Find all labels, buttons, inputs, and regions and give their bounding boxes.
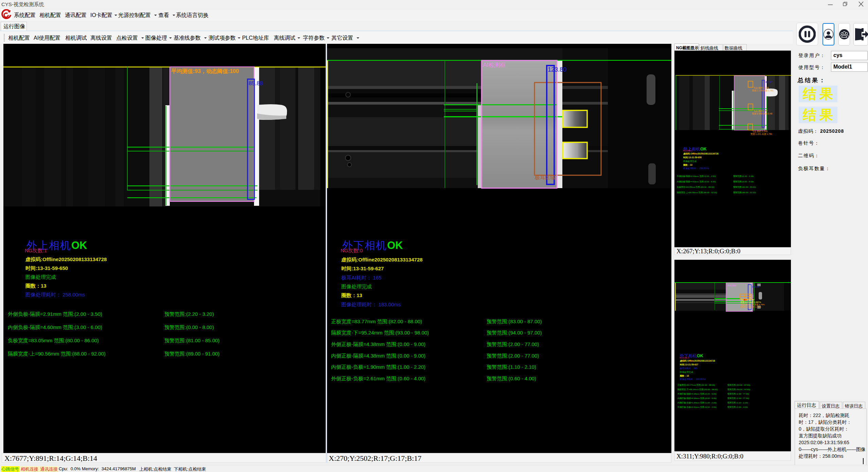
svg-text:预警范围:(83.00 - 87.00): 预警范围:(83.00 - 87.00): [727, 384, 750, 386]
svg-text:AI检测框: AI检测框: [483, 62, 506, 68]
svg-text:外侧正极-负极=2.61mm 范围:(0.60 - 4.00: 外侧正极-负极=2.61mm 范围:(0.60 - 4.00): [677, 406, 717, 409]
svg-text:平均测值:93，动态阈值:100: 平均测值:93，动态阈值:100: [171, 68, 239, 74]
svg-text:预警范围:(1.10 - 2.10): 预警范围:(1.10 - 2.10): [727, 401, 748, 404]
svg-text:外侧正极-隔膜=4.38mm 范围:(0.00 - 9.00: 外侧正极-隔膜=4.38mm 范围:(0.00 - 9.00): [677, 393, 717, 395]
svg-text:宽度:1.04 高度:0.887%: 宽度:1.04 高度:0.887%: [740, 301, 761, 304]
svg-text:虚拟码:Offline20250208133134728: 虚拟码:Offline20250208133134728: [683, 152, 719, 155]
svg-text:82.57: 82.57: [765, 80, 773, 84]
svg-text:图像处理完成: 图像处理完成: [680, 371, 693, 374]
svg-text:图像处理耗时： 183.00ms: 图像处理耗时： 183.00ms: [680, 378, 706, 381]
svg-text:预警范围:(81.00 - 85.00): 预警范围:(81.00 - 85.00): [733, 186, 756, 188]
svg-text:预警范围:(2.00 - 77.00): 预警范围:(2.00 - 77.00): [727, 393, 749, 395]
svg-text:内侧正极-隔膜=4.38mm 范围:(0.00 - 9.00: 内侧正极-隔膜=4.38mm 范围:(0.00 - 9.00): [677, 397, 717, 400]
svg-text:内侧正极-负极=1.90mm 范围:(1.00 - 2.20: 内侧正极-负极=1.90mm 范围:(1.00 - 2.20): [677, 401, 717, 404]
svg-text:NG次数:1: NG次数:1: [683, 149, 693, 152]
svg-text:负极宽度=83.05mm 范围:(80.00 - 86.00: 负极宽度=83.05mm 范围:(80.00 - 86.00): [677, 186, 715, 188]
svg-text:圈数：13: 圈数：13: [680, 375, 689, 377]
svg-text:极耳区域: 极耳区域: [535, 175, 555, 180]
svg-text:NG次数:0: NG次数:0: [680, 357, 689, 359]
svg-text:飞边 面积:1.293: 飞边 面积:1.293: [752, 130, 767, 132]
svg-text:圈数：13: 圈数：13: [683, 164, 692, 166]
svg-text:飞边-面积:1.48 宽度:0.76%: 飞边-面积:1.48 宽度:0.76%: [740, 303, 765, 306]
svg-text:预警范围:(94.00 - 97.00): 预警范围:(94.00 - 97.00): [727, 388, 750, 391]
svg-text:虚拟码:Offline20250208133134728: 虚拟码:Offline20250208133134728: [680, 360, 715, 362]
svg-text:85.88: 85.88: [249, 80, 263, 87]
svg-text:飞边 面积:1.57: 飞边 面积:1.57: [753, 110, 768, 112]
svg-text:外侧负极-隔膜=2.91mm 范围:(2.00 - 3.50: 外侧负极-隔膜=2.91mm 范围:(2.00 - 3.50): [677, 175, 716, 178]
svg-text:极耳AI耗时： 165: 极耳AI耗时： 165: [680, 367, 698, 370]
svg-text:正极宽度=83.77mm 范围:(82.00 - 88.00: 正极宽度=83.77mm 范围:(82.00 - 88.00): [677, 384, 715, 386]
svg-text:132.15: 132.15: [752, 285, 760, 288]
svg-text:宽度:0.845 高度:2.46: 宽度:0.845 高度:2.46: [752, 112, 773, 115]
svg-text:时间:13-31-59-627: 时间:13-31-59-627: [680, 363, 699, 366]
svg-text:内侧负极-隔膜=4.60mm 范围:(3.00 - 6.00: 内侧负极-隔膜=4.60mm 范围:(3.00 - 6.00): [677, 180, 716, 183]
svg-text:图像处理完成: 图像处理完成: [683, 160, 697, 163]
svg-text:预警范围:(2.20 - 3.20): 预警范围:(2.20 - 3.20): [733, 175, 754, 178]
svg-text:飞边 面积:1.226: 飞边 面积:1.226: [753, 87, 769, 89]
svg-text:飞边 面积:0.957: 飞边 面积:0.957: [740, 298, 755, 301]
svg-text:123.80: 123.80: [548, 66, 566, 73]
svg-text:AI检测框: AI检测框: [727, 284, 736, 287]
svg-text:宽度:1.775 高度:1.781: 宽度:1.775 高度:1.781: [752, 89, 774, 92]
svg-text:宽度:1.221 高度:1.781: 宽度:1.221 高度:1.781: [751, 133, 772, 135]
svg-text:预警范围:(89.00 - 91.00): 预警范围:(89.00 - 91.00): [733, 191, 756, 194]
svg-text:预警范围:(0.60 - 4.00): 预警范围:(0.60 - 4.00): [727, 406, 748, 409]
svg-text:时间:13-31-59-650: 时间:13-31-59-650: [683, 156, 702, 159]
svg-text:预警范围:(2.00 - 77.00): 预警范围:(2.00 - 77.00): [727, 397, 749, 400]
svg-text:预警范围:(0.00 - 8.00): 预警范围:(0.00 - 8.00): [733, 180, 754, 183]
svg-text:隔膜宽度-上=90.56mm 范围:(88.00 - 92.: 隔膜宽度-上=90.56mm 范围:(88.00 - 92.00): [677, 191, 717, 194]
svg-text:宽度:0.246 高度:1.78%: 宽度:0.246 高度:1.78%: [740, 306, 761, 308]
svg-text:隔膜宽度-下=95.24mm 范围:(93.00 - 98.: 隔膜宽度-下=95.24mm 范围:(93.00 - 98.00): [677, 388, 718, 391]
svg-text:图像处理耗时： 258.00ms: 图像处理耗时： 258.00ms: [683, 167, 709, 170]
